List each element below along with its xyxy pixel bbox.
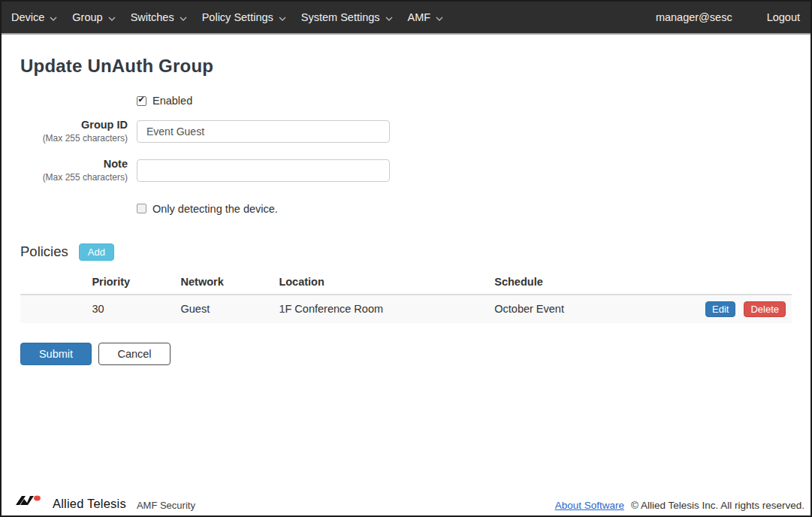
logout-link[interactable]: Logout [767,11,800,23]
note-input[interactable] [137,159,390,182]
enabled-checkbox-label[interactable]: Enabled [152,95,192,107]
group-id-row: Group ID (Max 255 characters) [20,119,792,144]
user-account-menu[interactable]: manager@sesc [656,11,732,23]
detect-only-row: Only detecting the device. [137,203,792,215]
nav-item-label: Policy Settings [202,11,273,23]
footer-brand-area: Allied Telesis AMF Security [15,494,195,511]
nav-item-system-settings[interactable]: System Settings [301,3,393,32]
actions-cell: Edit Delete [699,295,792,323]
nav-item-label: Device [11,11,44,23]
policies-table-header-row: Priority Network Location Schedule [20,270,792,295]
main-content: Update UnAuth Group Enabled Group ID (Ma… [2,35,810,365]
indent-cell [20,295,86,323]
policies-table: Priority Network Location Schedule 30 Gu… [20,270,792,323]
allied-telesis-logo-icon [15,494,45,510]
note-row: Note (Max 255 characters) [20,158,792,183]
nav-item-amf[interactable]: AMF [408,3,444,32]
policies-header: Policies Add [20,243,792,261]
detect-only-checkbox[interactable] [137,204,146,213]
indent-column-header [20,270,86,295]
add-policy-button[interactable]: Add [79,243,114,261]
edit-policy-button[interactable]: Edit [705,301,735,317]
location-cell: 1F Conference Room [273,295,488,323]
unauth-group-form: Enabled Group ID (Max 255 characters) No… [20,95,792,215]
actions-column-header [699,270,792,295]
enabled-row: Enabled [137,95,792,107]
nav-item-group[interactable]: Group [72,3,115,32]
chevron-down-icon [385,11,393,23]
footer-legal-area: About Software © Allied Telesis Inc. All… [555,500,804,511]
form-actions: Submit Cancel [20,343,792,365]
nav-item-label: AMF [408,11,431,23]
submit-button[interactable]: Submit [20,343,92,365]
nav-item-label: Group [72,11,102,23]
page-title: Update UnAuth Group [20,56,792,77]
product-name: AMF Security [137,500,195,511]
group-id-label-cell: Group ID (Max 255 characters) [20,119,128,144]
chevron-down-icon [279,11,286,23]
group-id-hint: (Max 255 characters) [20,133,128,144]
detect-only-checkbox-label[interactable]: Only detecting the device. [152,203,278,215]
enabled-checkbox[interactable] [137,96,146,106]
network-column-header: Network [175,270,273,295]
nav-item-policy-settings[interactable]: Policy Settings [202,3,286,32]
policy-table-row: 30 Guest 1F Conference Room October Even… [20,295,792,323]
nav-right: manager@sesc Logout [656,11,800,23]
nav-item-switches[interactable]: Switches [131,3,187,32]
top-navbar: Device Group Switches Policy Settings Sy… [2,2,810,35]
policies-heading: Policies [20,243,68,260]
nav-menu: Device Group Switches Policy Settings Sy… [11,3,443,32]
group-id-input[interactable] [137,120,390,143]
location-column-header: Location [273,270,488,295]
nav-item-label: Switches [131,11,174,23]
delete-policy-button[interactable]: Delete [744,301,786,317]
note-hint: (Max 255 characters) [20,172,128,183]
schedule-column-header: Schedule [488,270,699,295]
nav-item-device[interactable]: Device [11,3,57,32]
chevron-down-icon [50,11,57,23]
group-id-label: Group ID [20,119,128,132]
brand-name: Allied Telesis [53,497,126,511]
schedule-cell: October Event [488,295,699,323]
chevron-down-icon [108,11,116,23]
cancel-button[interactable]: Cancel [98,343,171,365]
copyright-text: © Allied Telesis Inc. All rights reserve… [631,500,804,511]
nav-item-label: System Settings [301,11,380,23]
note-label-cell: Note (Max 255 characters) [20,158,128,183]
page-footer: Allied Telesis AMF Security About Softwa… [2,494,810,515]
priority-column-header: Priority [86,270,174,295]
note-label: Note [20,158,128,171]
chevron-down-icon [436,11,443,23]
priority-cell: 30 [86,295,174,323]
network-cell: Guest [175,295,273,323]
chevron-down-icon [180,11,187,23]
about-software-link[interactable]: About Software [555,500,624,511]
